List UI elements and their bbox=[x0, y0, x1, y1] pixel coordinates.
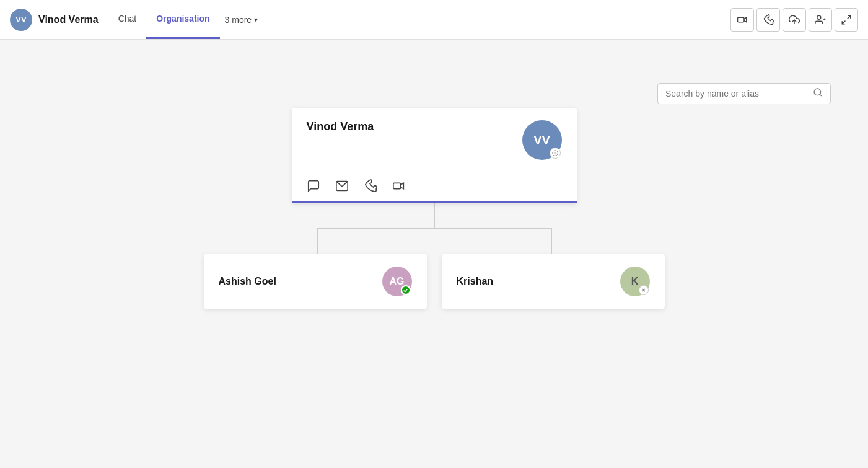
share-button[interactable] bbox=[783, 8, 806, 32]
svg-line-6 bbox=[842, 20, 845, 24]
header-action-bar bbox=[730, 8, 858, 32]
horizontal-line bbox=[317, 228, 552, 229]
search-input[interactable] bbox=[665, 89, 808, 99]
tab-more[interactable]: 3 more ▾ bbox=[220, 0, 263, 39]
user-name: Vinod Verma bbox=[38, 14, 99, 25]
branch-line-left bbox=[317, 229, 318, 254]
avatar-status-ashish bbox=[401, 285, 411, 295]
org-top-header: Vinod Verma VV bbox=[307, 120, 562, 170]
avatar-ashish: AG bbox=[382, 267, 412, 296]
svg-line-5 bbox=[848, 15, 851, 19]
org-bottom-row: Ashish Goel AG Krishan K bbox=[204, 254, 665, 309]
vertical-line-top bbox=[434, 203, 435, 228]
org-top-name: Vinod Verma bbox=[307, 120, 374, 133]
user-avatar: VV bbox=[10, 9, 32, 31]
header-tabs: Chat Organisation 3 more ▾ bbox=[108, 0, 263, 39]
audio-call-button[interactable] bbox=[756, 8, 780, 32]
org-top-avatar: VV bbox=[522, 120, 562, 160]
org-top-node: Vinod Verma VV bbox=[292, 108, 577, 203]
app-header: VV Vinod Verma Chat Organisation 3 more … bbox=[0, 0, 868, 40]
svg-point-2 bbox=[817, 15, 821, 19]
branch-line-right bbox=[551, 229, 552, 254]
popout-button[interactable] bbox=[835, 8, 858, 32]
search-icon bbox=[813, 87, 823, 100]
avatar-krishan: K bbox=[620, 267, 650, 296]
mail-action-icon[interactable] bbox=[335, 179, 349, 193]
tree-connector bbox=[317, 203, 552, 254]
top-node-active-line bbox=[292, 201, 577, 203]
svg-rect-0 bbox=[738, 17, 745, 22]
main-content: Vinod Verma VV bbox=[0, 40, 868, 468]
avatar-status-krishan bbox=[639, 285, 649, 295]
tab-organisation[interactable]: Organisation bbox=[146, 0, 219, 39]
add-people-button[interactable] bbox=[809, 8, 832, 32]
phone-action-icon[interactable] bbox=[364, 179, 377, 193]
video-action-icon[interactable] bbox=[392, 179, 406, 193]
svg-point-7 bbox=[814, 89, 821, 95]
h-line-bar bbox=[317, 228, 552, 229]
svg-line-8 bbox=[820, 94, 822, 96]
org-node-krishan[interactable]: Krishan K bbox=[442, 254, 665, 309]
org-chart: Vinod Verma VV bbox=[0, 40, 868, 309]
svg-rect-12 bbox=[393, 183, 400, 188]
branch-lines bbox=[317, 229, 552, 254]
org-top-actions bbox=[307, 170, 562, 201]
org-node-ashish-goel[interactable]: Ashish Goel AG bbox=[204, 254, 427, 309]
node-name-krishan: Krishan bbox=[457, 276, 494, 287]
chevron-down-icon: ▾ bbox=[254, 15, 258, 24]
avatar-status-badge bbox=[550, 148, 561, 159]
video-call-button[interactable] bbox=[730, 8, 754, 32]
search-bar[interactable] bbox=[657, 83, 831, 104]
chat-action-icon[interactable] bbox=[307, 179, 320, 193]
tab-chat[interactable]: Chat bbox=[108, 0, 147, 39]
node-name-ashish: Ashish Goel bbox=[219, 276, 276, 287]
